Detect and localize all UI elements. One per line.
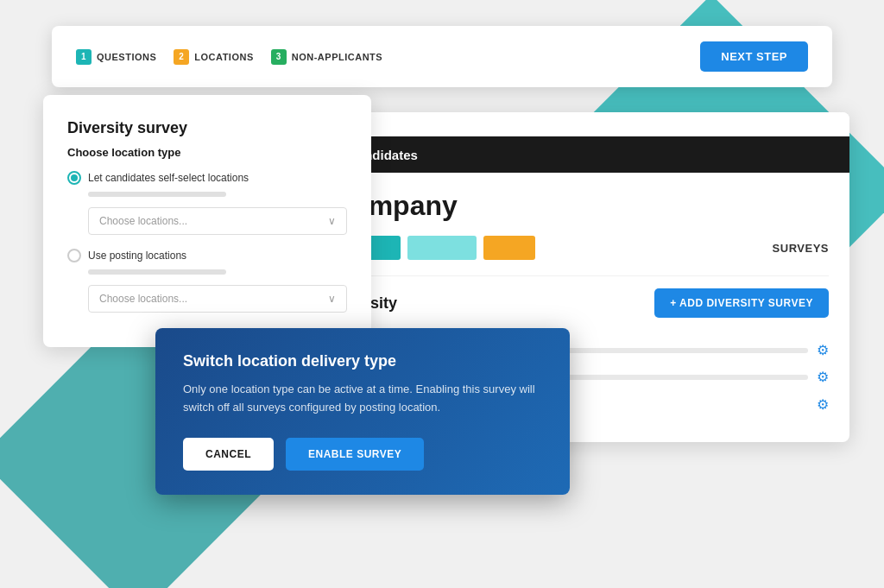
radio-option-posting[interactable]: Use posting locations [67, 249, 347, 262]
wizard-step-locations: 2 LOCATIONS [174, 49, 253, 65]
surveys-label: SURVEYS [542, 242, 829, 255]
diversity-panel: Diversity survey Choose location type Le… [43, 95, 371, 347]
color-bars: SURVEYS [332, 236, 829, 260]
company-title: Company [332, 190, 829, 222]
choose-locations-dropdown-2[interactable]: Choose locations... ∨ [88, 285, 347, 313]
grey-line-2 [88, 269, 226, 275]
choose-locations-dropdown-1[interactable]: Choose locations... ∨ [88, 207, 347, 235]
step-badge-1: 1 [76, 49, 92, 65]
grey-line-1 [88, 192, 226, 197]
step-label-2: LOCATIONS [194, 52, 253, 62]
next-step-button[interactable]: NEXT STEP [700, 41, 808, 72]
radio-posting-circle[interactable] [67, 249, 81, 262]
enable-survey-button[interactable]: ENABLE SURVEY [286, 438, 424, 471]
radio-self-select-label: Let candidates self-select locations [88, 172, 249, 184]
cancel-button[interactable]: CANCEL [183, 438, 274, 471]
wizard-step-questions: 1 QUESTIONS [76, 49, 156, 65]
bar-teal-light [407, 236, 477, 260]
step-badge-2: 2 [174, 49, 189, 65]
radio-posting-label: Use posting locations [88, 250, 186, 262]
diversity-panel-subtitle: Choose location type [67, 146, 347, 159]
window-dots [311, 112, 849, 136]
wizard-step-non-applicants: 3 NON-APPLICANTS [271, 49, 382, 65]
diversity-row: Diversity + ADD DIVERSITY SURVEY [332, 275, 829, 330]
company-header: ✏ Candidates [311, 136, 849, 173]
modal-body: Only one location type can be active at … [183, 381, 542, 417]
modal-card: Switch location delivery type Only one l… [155, 328, 570, 495]
chevron-down-icon-2: ∨ [328, 293, 336, 305]
gear-icon-1[interactable]: ⚙ [817, 342, 829, 358]
diversity-panel-title: Diversity survey [67, 119, 347, 137]
radio-self-select-circle[interactable] [67, 171, 81, 185]
modal-buttons: CANCEL ENABLE SURVEY [183, 438, 542, 471]
choose-placeholder-1: Choose locations... [99, 215, 187, 227]
step-label-1: QUESTIONS [97, 52, 156, 62]
choose-placeholder-2: Choose locations... [99, 293, 187, 305]
bar-orange [483, 236, 535, 260]
step-badge-3: 3 [271, 49, 287, 65]
gear-icon-3[interactable]: ⚙ [817, 396, 829, 413]
add-diversity-survey-button[interactable]: + ADD DIVERSITY SURVEY [654, 288, 829, 318]
step-label-3: NON-APPLICANTS [292, 52, 382, 62]
gear-icon-2[interactable]: ⚙ [817, 369, 829, 385]
chevron-down-icon-1: ∨ [328, 215, 336, 227]
modal-title: Switch location delivery type [183, 352, 542, 370]
radio-option-self-select[interactable]: Let candidates self-select locations [67, 171, 347, 185]
wizard-card: 1 QUESTIONS 2 LOCATIONS 3 NON-APPLICANTS… [52, 26, 832, 87]
